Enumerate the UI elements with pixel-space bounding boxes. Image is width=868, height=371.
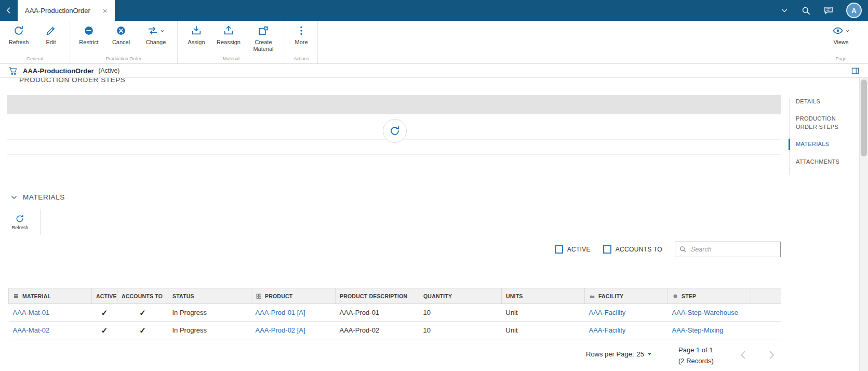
facility-link[interactable]: AAA-Facility <box>589 309 626 316</box>
next-page-button[interactable] <box>765 348 778 364</box>
table-header-row: MATERIAL ACTIVE ACCOUNTS TO STATUS PRODU… <box>9 288 781 304</box>
tab-production-order[interactable]: AAA-ProductionOrder × <box>18 0 115 21</box>
dropdown-chevron-icon <box>845 29 850 33</box>
rows-per-page-selector[interactable]: Rows per Page:25 <box>586 350 652 358</box>
cart-icon <box>8 66 18 76</box>
column-header-active[interactable]: ACTIVE <box>92 288 117 304</box>
collapse-menu-button[interactable] <box>780 6 789 15</box>
avatar-initial: A <box>851 7 856 15</box>
ribbon-group-page: Views Page <box>822 21 860 63</box>
back-button[interactable] <box>0 0 18 21</box>
create-material-button[interactable]: Create Material <box>245 21 282 56</box>
more-button[interactable]: More <box>288 21 315 56</box>
active-checkbox[interactable] <box>555 245 563 254</box>
sidebar-item-production-order-steps[interactable]: PRODUCTION ORDER STEPS <box>790 115 853 131</box>
edit-button[interactable]: Edit <box>35 21 67 56</box>
topbar: AAA-ProductionOrder × A <box>0 0 868 21</box>
column-header-empty <box>751 288 781 304</box>
loading-placeholder-bar <box>7 95 781 114</box>
facility-link[interactable]: AAA-Facility <box>589 326 626 334</box>
column-header-product[interactable]: PRODUCT <box>251 288 336 304</box>
chevron-down-icon <box>780 6 789 15</box>
vertical-scrollbar[interactable] <box>859 78 868 371</box>
rows-per-page-value: 25 <box>637 350 644 358</box>
refresh-button[interactable]: Refresh <box>3 21 35 56</box>
column-header-product-description[interactable]: PRODUCT DESCRIPTION <box>336 288 419 304</box>
dropdown-arrow-icon <box>647 351 652 357</box>
record-title: AAA-ProductionOrder <box>23 67 94 75</box>
column-header-units[interactable]: UNITS <box>502 288 585 304</box>
page-label: Page 1 of 1 <box>678 345 714 356</box>
check-icon: ✓ <box>139 308 146 317</box>
cancel-button[interactable]: Cancel <box>105 21 137 56</box>
change-button[interactable]: Change <box>137 21 175 56</box>
sidebar-item-materials[interactable]: MATERIALS <box>790 140 853 148</box>
cancel-icon <box>115 25 127 36</box>
assign-button[interactable]: Assign <box>180 21 212 56</box>
rows-per-page-label: Rows per Page: <box>586 350 634 358</box>
feedback-button[interactable] <box>823 5 834 16</box>
restrict-icon <box>83 25 95 36</box>
chevron-left-icon <box>737 348 750 362</box>
refresh-icon <box>15 214 24 223</box>
change-icon <box>147 25 158 36</box>
dropdown-chevron-icon <box>160 29 165 33</box>
group-caption-page: Page <box>825 56 857 63</box>
material-link[interactable]: AAA-Mat-01 <box>13 309 50 316</box>
layout-panel-button[interactable] <box>851 67 860 75</box>
search-button[interactable] <box>801 6 811 16</box>
check-icon: ✓ <box>139 326 146 335</box>
step-link[interactable]: AAA-Step-Mixing <box>672 326 724 334</box>
refresh-label: Refresh <box>9 39 29 46</box>
reassign-label: Reassign <box>217 39 241 46</box>
product-icon <box>256 293 262 299</box>
sidebar-item-attachments[interactable]: ATTACHMENTS <box>790 158 853 166</box>
chat-icon <box>823 5 834 16</box>
sidebar-item-details[interactable]: DETAILS <box>790 98 853 105</box>
topbar-actions: A <box>780 0 868 21</box>
page-info: Page 1 of 1 (2 Records) <box>678 345 714 367</box>
table-row: AAA-Mat-02 ✓ ✓ In Progress AAA-Prod-02 [… <box>9 322 781 339</box>
column-header-accounts-to[interactable]: ACCOUNTS TO <box>117 288 168 304</box>
restrict-button[interactable]: Restrict <box>73 21 105 56</box>
chevron-right-icon <box>765 348 778 362</box>
product-description-cell: AAA-Prod-01 <box>336 304 419 322</box>
column-header-facility[interactable]: FACILITY <box>585 288 668 304</box>
materials-table: MATERIAL ACTIVE ACCOUNTS TO STATUS PRODU… <box>8 288 781 339</box>
material-icon <box>13 293 19 299</box>
views-button[interactable]: Views <box>825 21 857 56</box>
search-input[interactable] <box>675 242 781 257</box>
assign-icon <box>191 25 202 36</box>
column-header-material[interactable]: MATERIAL <box>9 288 92 304</box>
product-link[interactable]: AAA-Prod-01 [A] <box>256 309 305 316</box>
spinner-icon <box>389 125 400 137</box>
accounts-to-checkbox[interactable] <box>603 245 611 254</box>
search-icon <box>801 6 811 16</box>
anchor-nav: DETAILS PRODUCTION ORDER STEPS MATERIALS… <box>789 98 853 175</box>
column-header-quantity[interactable]: QUANTITY <box>419 288 502 304</box>
assign-label: Assign <box>188 39 205 46</box>
loading-spinner <box>383 119 407 143</box>
check-icon: ✓ <box>101 308 108 317</box>
materials-section-header[interactable]: MATERIALS <box>10 193 65 201</box>
material-link[interactable]: AAA-Mat-02 <box>13 326 50 334</box>
cancel-label: Cancel <box>112 39 130 46</box>
reassign-button[interactable]: Reassign <box>212 21 245 56</box>
tab-title: AAA-ProductionOrder <box>25 7 90 15</box>
materials-refresh-button[interactable]: Refresh <box>12 214 29 230</box>
ribbon-group-general: Refresh Edit General <box>0 21 70 63</box>
step-link[interactable]: AAA-Step-Warehouse <box>672 309 738 316</box>
edit-icon <box>45 25 57 36</box>
column-header-status[interactable]: STATUS <box>168 288 251 304</box>
create-material-icon <box>258 25 269 36</box>
more-label: More <box>295 39 308 46</box>
column-header-step[interactable]: STEP <box>668 288 751 304</box>
record-titlebar: AAA-ProductionOrder (Active) <box>0 64 868 78</box>
close-tab-icon[interactable]: × <box>103 7 108 15</box>
avatar[interactable]: A <box>846 3 862 18</box>
panel-icon <box>851 67 860 75</box>
materials-filter-row: ACTIVE ACCOUNTS TO <box>555 241 781 258</box>
product-link[interactable]: AAA-Prod-02 [A] <box>256 326 305 334</box>
scrollbar-thumb[interactable] <box>861 80 867 156</box>
previous-page-button[interactable] <box>737 348 750 364</box>
